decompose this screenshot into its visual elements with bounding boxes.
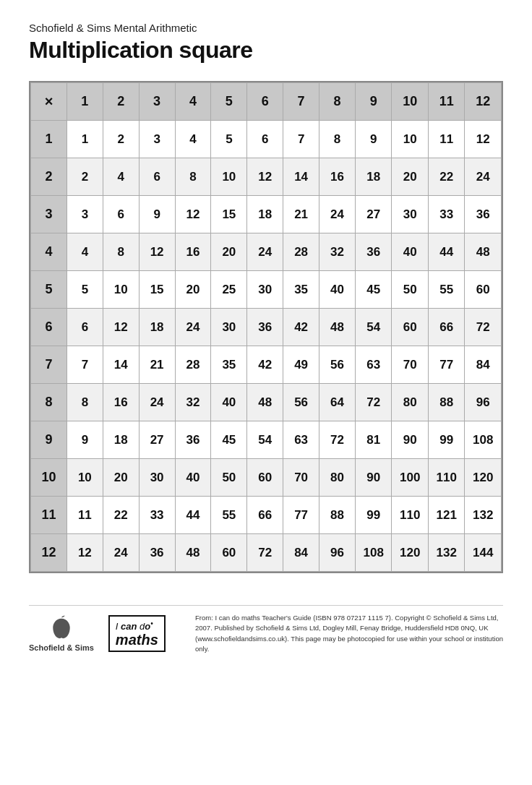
table-cell: 18 (355, 158, 392, 196)
table-cell: 60 (247, 459, 283, 497)
table-cell: 12 (465, 121, 502, 158)
table-cell: 100 (392, 459, 429, 497)
row-header-1: 1 (31, 121, 67, 158)
multiplication-table-wrapper: ×123456789101112 11234567891011122246810… (29, 81, 503, 573)
table-cell: 110 (428, 459, 465, 497)
col-header-2: 2 (103, 83, 139, 121)
table-row: 771421283542495663707784 (31, 346, 502, 384)
table-row: 9918273645546372819099108 (31, 421, 502, 459)
table-cell: 30 (211, 309, 247, 346)
table-cell: 7 (66, 346, 103, 384)
table-cell: 27 (355, 196, 392, 233)
table-cell: 8 (175, 158, 211, 196)
row-header-9: 9 (31, 421, 67, 459)
table-cell: 24 (319, 196, 356, 233)
table-cell: 14 (283, 158, 319, 196)
row-header-7: 7 (31, 346, 67, 384)
table-cell: 72 (319, 421, 356, 459)
table-cell: 24 (139, 384, 175, 421)
row-header-11: 11 (31, 497, 67, 534)
table-cell: 1 (66, 121, 103, 158)
table-cell: 12 (175, 196, 211, 233)
table-cell: 96 (465, 384, 502, 421)
table-cell: 132 (465, 497, 502, 534)
table-cell: 90 (355, 459, 392, 497)
table-cell: 36 (247, 309, 283, 346)
table-cell: 20 (392, 158, 429, 196)
table-cell: 8 (103, 233, 139, 271)
table-cell: 88 (428, 384, 465, 421)
table-cell: 16 (103, 384, 139, 421)
table-cell: 22 (428, 158, 465, 196)
table-cell: 2 (103, 121, 139, 158)
row-header-6: 6 (31, 309, 67, 346)
page: Schofield & Sims Mental Arithmetic Multi… (0, 0, 532, 669)
table-cell: 120 (465, 459, 502, 497)
table-cell: 72 (355, 384, 392, 421)
table-cell: 40 (175, 459, 211, 497)
table-cell: 36 (355, 233, 392, 271)
table-cell: 9 (355, 121, 392, 158)
table-cell: 14 (103, 346, 139, 384)
table-cell: 36 (175, 421, 211, 459)
table-cell: 49 (283, 346, 319, 384)
table-cell: 30 (139, 459, 175, 497)
table-cell: 110 (392, 497, 429, 534)
table-cell: 24 (175, 309, 211, 346)
table-cell: 54 (247, 421, 283, 459)
table-cell: 6 (103, 196, 139, 233)
table-cell: 72 (465, 309, 502, 346)
table-cell: 44 (428, 233, 465, 271)
col-header-5: 5 (211, 83, 247, 121)
schofield-label: Schofield & Sims (29, 643, 94, 652)
table-row: 121224364860728496108120132144 (31, 534, 502, 572)
table-cell: 11 (428, 121, 465, 158)
table-row: 10102030405060708090100110120 (31, 459, 502, 497)
cando-row1: I can do• (116, 619, 153, 632)
table-cell: 24 (247, 233, 283, 271)
table-cell: 32 (319, 233, 356, 271)
footer-copyright: From: I can do maths Teacher's Guide (IS… (188, 613, 503, 654)
table-cell: 63 (355, 346, 392, 384)
table-cell: 35 (211, 346, 247, 384)
table-cell: 27 (139, 421, 175, 459)
table-cell: 20 (175, 271, 211, 309)
table-cell: 81 (355, 421, 392, 459)
table-cell: 24 (465, 158, 502, 196)
row-header-10: 10 (31, 459, 67, 497)
table-cell: 4 (103, 158, 139, 196)
table-cell: 12 (66, 534, 103, 572)
table-cell: 63 (283, 421, 319, 459)
row-header-3: 3 (31, 196, 67, 233)
table-cell: 9 (66, 421, 103, 459)
table-cell: 70 (283, 459, 319, 497)
table-cell: 4 (66, 233, 103, 271)
col-header-1: 1 (66, 83, 103, 121)
table-cell: 6 (139, 158, 175, 196)
table-cell: 42 (247, 346, 283, 384)
table-cell: 48 (465, 233, 502, 271)
table-row: 551015202530354045505560 (31, 271, 502, 309)
table-cell: 16 (319, 158, 356, 196)
col-header-4: 4 (175, 83, 211, 121)
table-cell: 77 (428, 346, 465, 384)
table-cell: 84 (465, 346, 502, 384)
table-cell: 5 (211, 121, 247, 158)
table-cell: 77 (283, 497, 319, 534)
col-header-times: × (31, 83, 67, 121)
table-cell: 54 (355, 309, 392, 346)
table-cell: 80 (319, 459, 356, 497)
table-cell: 48 (175, 534, 211, 572)
table-cell: 21 (139, 346, 175, 384)
table-cell: 10 (211, 158, 247, 196)
table-cell: 28 (283, 233, 319, 271)
table-cell: 16 (175, 233, 211, 271)
table-cell: 18 (103, 421, 139, 459)
table-cell: 96 (319, 534, 356, 572)
footer: Schofield & Sims I can do• maths From: I… (29, 605, 503, 654)
table-cell: 56 (283, 384, 319, 421)
table-row: 224681012141618202224 (31, 158, 502, 196)
table-cell: 33 (139, 497, 175, 534)
table-cell: 99 (355, 497, 392, 534)
table-cell: 18 (247, 196, 283, 233)
